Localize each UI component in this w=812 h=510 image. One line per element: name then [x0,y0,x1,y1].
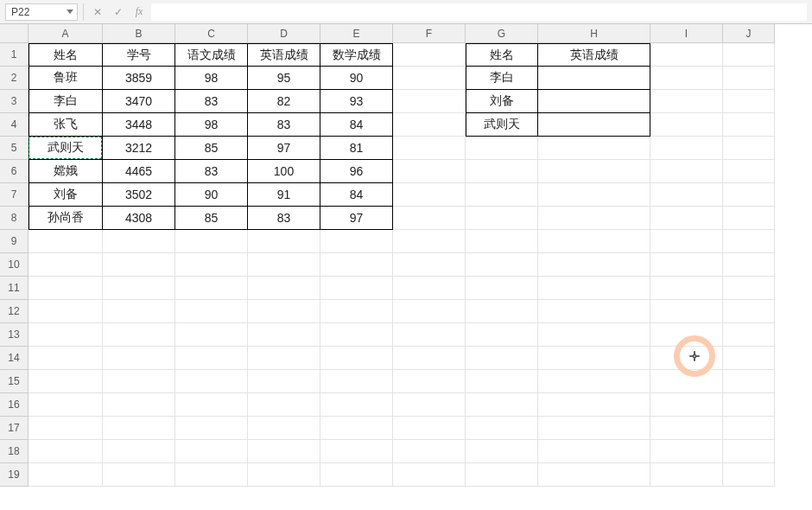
cell[interactable]: 姓名 [29,43,103,67]
cell[interactable] [175,393,248,417]
cell[interactable] [650,207,723,230]
column-header[interactable]: I [650,24,723,43]
cell[interactable]: 数学成绩 [320,43,393,67]
cell[interactable] [723,207,775,230]
cell[interactable] [103,300,175,323]
cell[interactable] [29,230,103,253]
cell[interactable]: 李白 [29,90,103,113]
cell[interactable] [538,90,650,113]
cell[interactable] [103,463,175,487]
column-header[interactable]: A [29,24,103,43]
cell[interactable] [650,67,723,90]
cancel-icon[interactable]: ✕ [89,3,106,21]
cell[interactable] [393,67,466,90]
cell[interactable] [393,207,466,230]
cell[interactable] [723,300,775,323]
cell[interactable] [175,347,248,370]
cell[interactable] [650,463,723,487]
cell[interactable] [466,300,538,323]
cell[interactable] [650,230,723,253]
cell[interactable] [29,253,103,277]
cell[interactable] [393,323,466,347]
cell[interactable]: 83 [248,207,320,230]
cell[interactable] [393,43,466,67]
cell[interactable] [175,417,248,440]
cell[interactable] [393,417,466,440]
cell[interactable] [393,160,466,183]
cell[interactable]: 81 [320,137,393,160]
cell[interactable]: 英语成绩 [248,43,320,67]
cell[interactable]: 姓名 [466,43,538,67]
cell[interactable] [248,347,320,370]
cell[interactable] [103,323,175,347]
cell[interactable] [29,300,103,323]
cell[interactable] [393,137,466,160]
cell[interactable] [466,370,538,393]
cell[interactable]: 3448 [103,113,175,137]
cell[interactable] [650,277,723,300]
cell[interactable]: 95 [248,67,320,90]
column-header[interactable]: H [538,24,650,43]
cell[interactable]: 98 [175,67,248,90]
cell[interactable] [103,253,175,277]
cell[interactable]: 李白 [466,67,538,90]
spreadsheet-grid[interactable]: ABCDEFGHIJ 12345678910111213141516171819… [0,24,812,510]
column-header[interactable]: G [466,24,538,43]
cell[interactable] [538,277,650,300]
cell[interactable] [538,113,650,137]
cell[interactable] [248,463,320,487]
row-header[interactable]: 19 [0,463,29,487]
select-all-corner[interactable] [0,24,29,43]
confirm-icon[interactable]: ✓ [110,3,127,21]
cell[interactable] [650,393,723,417]
cell[interactable]: 91 [248,183,320,207]
cell[interactable] [650,417,723,440]
cell[interactable]: 97 [320,207,393,230]
cell[interactable] [320,300,393,323]
row-header[interactable]: 5 [0,137,29,160]
cell[interactable]: 4465 [103,160,175,183]
row-header[interactable]: 9 [0,230,29,253]
cell[interactable] [723,417,775,440]
cell[interactable]: 武则天 [466,113,538,137]
cell[interactable] [29,463,103,487]
cell[interactable]: 97 [248,137,320,160]
cell[interactable] [248,253,320,277]
cell[interactable] [538,440,650,463]
cell[interactable] [538,417,650,440]
cell[interactable]: 孙尚香 [29,207,103,230]
cell[interactable] [103,347,175,370]
cell[interactable]: 3859 [103,67,175,90]
row-header[interactable]: 12 [0,300,29,323]
cell[interactable] [248,393,320,417]
row-header[interactable]: 10 [0,253,29,277]
row-header[interactable]: 8 [0,207,29,230]
cells-area[interactable]: 姓名学号语文成绩英语成绩数学成绩姓名英语成绩鲁班3859989590李白李白34… [29,43,812,510]
row-header[interactable]: 4 [0,113,29,137]
cell[interactable] [103,393,175,417]
cell[interactable] [175,277,248,300]
cell[interactable]: 3470 [103,90,175,113]
row-header[interactable]: 2 [0,67,29,90]
row-header[interactable]: 16 [0,393,29,417]
cell[interactable] [320,463,393,487]
cell[interactable]: 语文成绩 [175,43,248,67]
row-header[interactable]: 7 [0,183,29,207]
row-header[interactable]: 3 [0,90,29,113]
cell[interactable]: 85 [175,207,248,230]
cell[interactable] [466,277,538,300]
row-header[interactable]: 13 [0,323,29,347]
cell[interactable] [723,370,775,393]
formula-input[interactable] [151,3,807,21]
cell[interactable]: 98 [175,113,248,137]
cell[interactable] [723,137,775,160]
cell[interactable] [650,440,723,463]
cell[interactable] [538,370,650,393]
cell[interactable] [466,463,538,487]
cell[interactable] [393,393,466,417]
cell[interactable] [248,370,320,393]
cell[interactable] [723,67,775,90]
cell[interactable] [723,463,775,487]
cell[interactable] [320,347,393,370]
cell[interactable] [723,347,775,370]
